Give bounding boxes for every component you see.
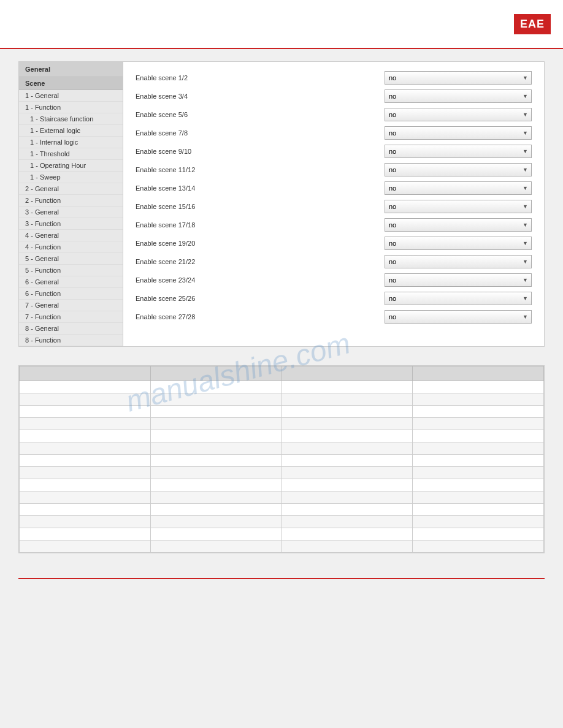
table-cell-9-2 <box>282 491 413 504</box>
table-cell-8-1 <box>150 479 282 491</box>
select-8[interactable]: noyes <box>385 218 532 232</box>
sidebar-item-0[interactable]: 1 - General <box>19 90 123 102</box>
sidebar-item-18[interactable]: 7 - General <box>19 300 123 311</box>
select-0[interactable]: noyes <box>385 71 532 85</box>
sidebar-item-17[interactable]: 6 - Function <box>19 288 123 300</box>
select-13[interactable]: noyes <box>385 310 532 324</box>
sidebar-item-12[interactable]: 4 - General <box>19 230 123 241</box>
table-row-2 <box>20 406 544 418</box>
select-6[interactable]: noyes <box>385 181 532 195</box>
table-cell-0-2 <box>282 381 413 393</box>
form-row-0: Enable scene 1/2noyes <box>136 71 532 85</box>
table-header-1 <box>150 366 282 381</box>
select-wrapper-6: noyes <box>385 181 532 195</box>
form-label-5: Enable scene 11/12 <box>136 166 385 173</box>
table-cell-3-3 <box>413 418 544 430</box>
sidebar-item-13[interactable]: 4 - Function <box>19 241 123 253</box>
sidebar-item-14[interactable]: 5 - General <box>19 253 123 265</box>
select-9[interactable]: noyes <box>385 237 532 250</box>
sidebar-item-7[interactable]: 1 - Sweep <box>19 172 123 183</box>
form-label-10: Enable scene 21/22 <box>136 258 385 265</box>
table-cell-5-3 <box>413 442 544 455</box>
sidebar-item-19[interactable]: 7 - Function <box>19 311 123 323</box>
table-cell-13-1 <box>150 540 282 553</box>
table-cell-11-0 <box>20 516 151 528</box>
sidebar-item-20[interactable]: 8 - General <box>19 323 123 335</box>
form-row-6: Enable scene 13/14noyes <box>136 181 532 195</box>
bottom-line <box>18 578 545 579</box>
select-2[interactable]: noyes <box>385 108 532 121</box>
table-cell-10-1 <box>150 504 282 516</box>
table-row-3 <box>20 418 544 430</box>
select-7[interactable]: noyes <box>385 200 532 213</box>
table-cell-2-2 <box>282 406 413 418</box>
sidebar-header: General <box>19 62 123 77</box>
table-cell-13-0 <box>20 540 151 553</box>
select-wrapper-10: noyes <box>385 255 532 268</box>
table-row-5 <box>20 442 544 455</box>
sidebar-item-5[interactable]: 1 - Threshold <box>19 148 123 160</box>
table-cell-13-2 <box>282 540 413 553</box>
table-row-4 <box>20 430 544 442</box>
select-1[interactable]: noyes <box>385 89 532 103</box>
table-cell-8-2 <box>282 479 413 491</box>
form-row-11: Enable scene 23/24noyes <box>136 273 532 287</box>
table-cell-6-3 <box>413 455 544 467</box>
form-label-12: Enable scene 25/26 <box>136 295 385 302</box>
bottom-table-container <box>18 365 545 553</box>
table-row-12 <box>20 528 544 540</box>
table-cell-3-1 <box>150 418 282 430</box>
table-cell-7-3 <box>413 467 544 479</box>
table-cell-6-1 <box>150 455 282 467</box>
sidebar-item-8[interactable]: 2 - General <box>19 183 123 195</box>
sidebar-item-3[interactable]: 1 - External logic <box>19 125 123 137</box>
sidebar-item-10[interactable]: 3 - General <box>19 207 123 218</box>
form-row-9: Enable scene 19/20noyes <box>136 237 532 250</box>
table-cell-1-1 <box>150 393 282 406</box>
sidebar-item-9[interactable]: 2 - Function <box>19 195 123 207</box>
select-10[interactable]: noyes <box>385 255 532 268</box>
table-cell-10-2 <box>282 504 413 516</box>
table-row-6 <box>20 455 544 467</box>
table-cell-13-3 <box>413 540 544 553</box>
form-row-4: Enable scene 9/10noyes <box>136 145 532 158</box>
form-area: Enable scene 1/2noyesEnable scene 3/4noy… <box>123 62 544 346</box>
sidebar-item-21[interactable]: 8 - Function <box>19 335 123 346</box>
table-cell-6-0 <box>20 455 151 467</box>
form-row-12: Enable scene 25/26noyes <box>136 292 532 305</box>
select-3[interactable]: noyes <box>385 126 532 140</box>
table-cell-12-0 <box>20 528 151 540</box>
form-label-0: Enable scene 1/2 <box>136 74 385 82</box>
form-label-11: Enable scene 23/24 <box>136 276 385 284</box>
form-label-9: Enable scene 19/20 <box>136 240 385 247</box>
sidebar-item-2[interactable]: 1 - Staircase function <box>19 113 123 125</box>
form-row-8: Enable scene 17/18noyes <box>136 218 532 232</box>
table-cell-5-2 <box>282 442 413 455</box>
form-row-1: Enable scene 3/4noyes <box>136 89 532 103</box>
table-row-11 <box>20 516 544 528</box>
select-4[interactable]: noyes <box>385 145 532 158</box>
select-wrapper-3: noyes <box>385 126 532 140</box>
select-12[interactable]: noyes <box>385 292 532 305</box>
select-11[interactable]: noyes <box>385 273 532 287</box>
select-wrapper-2: noyes <box>385 108 532 121</box>
table-row-1 <box>20 393 544 406</box>
table-row-7 <box>20 467 544 479</box>
sidebar-item-4[interactable]: 1 - Internal logic <box>19 137 123 148</box>
form-label-2: Enable scene 5/6 <box>136 111 385 118</box>
sidebar-item-1[interactable]: 1 - Function <box>19 102 123 113</box>
sidebar-item-11[interactable]: 3 - Function <box>19 218 123 230</box>
top-bar: EAE <box>0 0 563 49</box>
table-header-0 <box>20 366 151 381</box>
table-cell-6-2 <box>282 455 413 467</box>
select-5[interactable]: noyes <box>385 163 532 176</box>
sidebar-item-15[interactable]: 5 - Function <box>19 265 123 276</box>
table-cell-4-0 <box>20 430 151 442</box>
sidebar-item-6[interactable]: 1 - Operating Hour <box>19 160 123 172</box>
table-cell-0-3 <box>413 381 544 393</box>
form-label-3: Enable scene 7/8 <box>136 129 385 137</box>
sidebar-item-16[interactable]: 6 - General <box>19 276 123 288</box>
form-row-2: Enable scene 5/6noyes <box>136 108 532 121</box>
select-wrapper-8: noyes <box>385 218 532 232</box>
top-panel: General Scene 1 - General1 - Function1 -… <box>18 61 545 347</box>
